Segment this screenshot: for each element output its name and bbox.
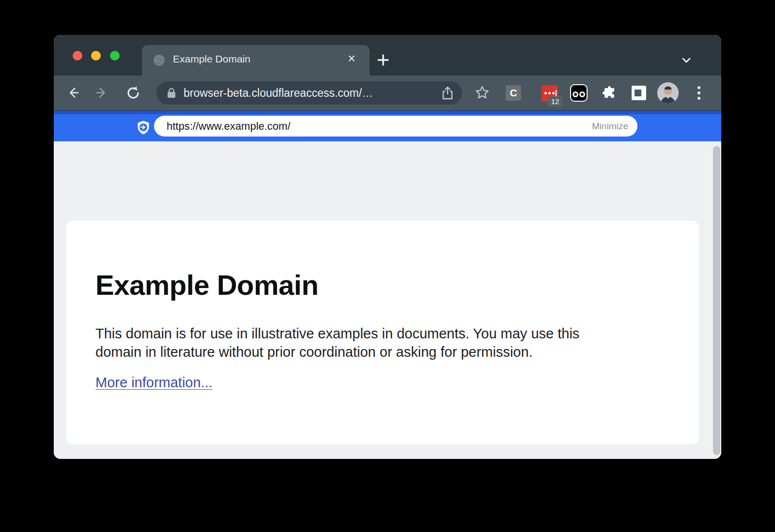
tab-title: Example Domain <box>173 53 250 65</box>
browser-menu-button[interactable] <box>697 85 701 101</box>
arrow-left-icon <box>64 85 81 101</box>
reload-button[interactable] <box>125 85 141 101</box>
share-icon <box>441 86 454 100</box>
content-card: Example Domain This domain is for use in… <box>66 221 699 444</box>
share-button[interactable] <box>441 86 454 100</box>
new-tab-button[interactable] <box>375 52 391 68</box>
reload-icon <box>125 85 141 101</box>
tab-close-icon[interactable]: × <box>343 51 360 67</box>
forward-button[interactable] <box>94 85 111 101</box>
bookmark-star-button[interactable] <box>475 85 490 100</box>
dot-icon <box>698 97 700 100</box>
tab-example-domain[interactable]: Example Domain × <box>142 45 370 76</box>
arrow-right-icon <box>94 85 111 101</box>
back-button[interactable] <box>64 85 81 101</box>
globe-icon <box>153 54 165 66</box>
profile-avatar[interactable] <box>657 82 679 104</box>
browser-window: Example Domain × <box>54 35 721 459</box>
cursor-bar-icon <box>556 90 557 96</box>
circle-icon <box>573 91 578 97</box>
minimize-button[interactable]: Minimize <box>592 116 628 137</box>
tab-strip: Example Domain × <box>54 35 721 76</box>
page-body-text: This domain is for use in illustrative e… <box>95 324 579 361</box>
tab-search-chevron-button[interactable] <box>679 52 694 68</box>
side-panel-icon <box>635 90 641 96</box>
extension-password-manager-button[interactable]: 12 <box>542 85 558 102</box>
tab-curve <box>136 70 142 76</box>
scrollbar-thumb[interactable] <box>713 146 720 455</box>
avatar-photo <box>657 82 679 104</box>
remote-browser-access-bar: https://www.example.com/ Minimize <box>54 111 721 141</box>
dot-icon <box>698 91 700 94</box>
extension-badge: 12 <box>548 96 562 106</box>
url-text: browser-beta.cloudflareaccess.com/… <box>184 81 373 105</box>
window-zoom-button[interactable] <box>110 51 120 61</box>
remote-url-input[interactable]: https://www.example.com/ Minimize <box>154 116 637 137</box>
page-viewport: Example Domain This domain is for use in… <box>54 141 721 459</box>
dot-icon <box>698 86 700 89</box>
star-icon <box>475 85 490 100</box>
page-heading: Example Domain <box>95 271 318 299</box>
extensions-menu-button[interactable] <box>602 86 617 100</box>
circle-icon <box>579 91 585 97</box>
navigation-toolbar: browser-beta.cloudflareaccess.com/… C 12 <box>54 76 721 111</box>
body-line: domain in literature without prior coord… <box>95 343 579 361</box>
plus-icon <box>375 52 391 68</box>
window-minimize-button[interactable] <box>91 51 101 61</box>
window-close-button[interactable] <box>73 51 82 61</box>
more-information-link[interactable]: More information... <box>95 375 213 391</box>
remote-url-text: https://www.example.com/ <box>167 116 291 137</box>
side-panel-button[interactable] <box>632 86 646 100</box>
chevron-down-icon <box>679 52 694 68</box>
dot-icon <box>548 92 551 94</box>
extension-c-button[interactable]: C <box>506 85 521 101</box>
extension-camera-button[interactable] <box>570 84 588 102</box>
shield-icon <box>137 121 150 135</box>
body-line: This domain is for use in illustrative e… <box>95 324 579 343</box>
address-bar[interactable]: browser-beta.cloudflareaccess.com/… <box>156 81 462 105</box>
tab-curve <box>370 70 375 76</box>
lock-icon[interactable] <box>166 88 177 98</box>
puzzle-icon <box>602 86 617 100</box>
dot-icon <box>544 92 547 94</box>
access-bar-top-line <box>54 111 721 114</box>
dot-icon <box>552 92 555 94</box>
